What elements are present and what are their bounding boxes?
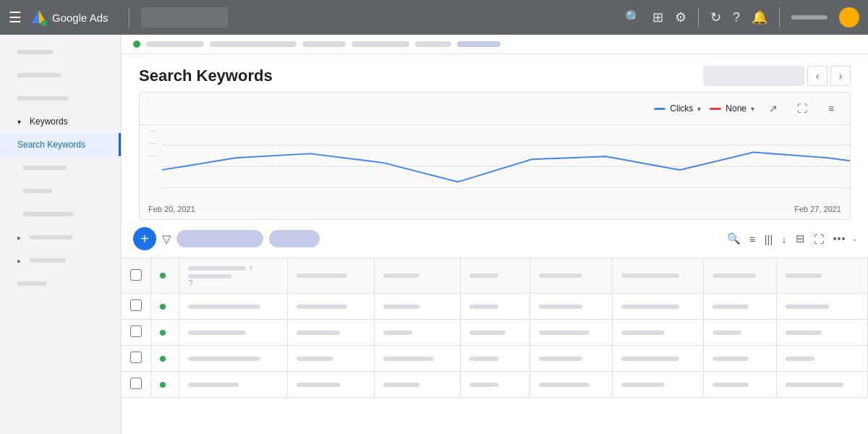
nav-divider	[129, 7, 129, 27]
th-col8[interactable]	[777, 258, 868, 294]
sidebar-bar	[23, 189, 52, 193]
none-line-icon	[710, 108, 721, 110]
chart-metric-none[interactable]: None ▾	[710, 103, 754, 114]
breadcrumb-item	[146, 41, 204, 47]
chart-date-start: Feb 20, 2021	[148, 205, 195, 213]
cell-bar	[188, 331, 246, 335]
col-header-bar	[539, 273, 582, 278]
td-col5	[530, 346, 613, 372]
filter-icon[interactable]: ▽	[162, 232, 171, 246]
chart-y-labels	[148, 131, 157, 156]
chart-date-end: Feb 27, 2021	[794, 205, 841, 213]
close-icon[interactable]: ·	[854, 233, 856, 245]
table-row	[122, 320, 868, 346]
sidebar-item-2[interactable]	[0, 64, 121, 87]
td-col8	[777, 346, 868, 372]
chart-bar-icon[interactable]: |||	[765, 233, 773, 245]
search-icon[interactable]: 🔍	[625, 9, 641, 25]
td-col6	[612, 294, 703, 320]
line-chart	[140, 131, 850, 202]
sidebar-item-3[interactable]	[0, 87, 121, 110]
td-col7	[703, 320, 777, 346]
th-col5[interactable]	[530, 258, 613, 294]
sidebar-bar	[17, 96, 68, 101]
td-keyword	[179, 294, 288, 320]
td-col5	[530, 294, 613, 320]
help-icon[interactable]: ?	[188, 278, 192, 287]
select-all-checkbox[interactable]	[130, 269, 142, 281]
add-button[interactable]: +	[133, 227, 156, 250]
help-icon[interactable]: ?	[733, 10, 740, 25]
page-header: Search Keywords ‹ ›	[122, 54, 868, 92]
fullscreen-icon[interactable]: ⛶	[792, 98, 812, 119]
filter-pill-2[interactable]	[269, 230, 320, 247]
row-checkbox[interactable]	[130, 378, 142, 389]
col-header-bar	[712, 273, 756, 278]
grid-icon[interactable]: ⊞	[652, 9, 663, 25]
status-dot	[160, 330, 166, 336]
prev-date-button[interactable]: ‹	[807, 66, 827, 86]
cell-bar	[297, 305, 347, 309]
sidebar-bar	[17, 50, 54, 54]
chart-metric-clicks[interactable]: Clicks ▾	[654, 103, 701, 114]
notification-icon[interactable]: 🔔	[752, 9, 767, 25]
avatar[interactable]	[839, 7, 859, 27]
sidebar-bar	[30, 235, 73, 239]
col-header-bar	[469, 273, 498, 278]
th-col4[interactable]	[461, 258, 530, 294]
trend-icon[interactable]: ↗	[763, 98, 783, 119]
sidebar-item-9[interactable]: ▸	[0, 226, 121, 249]
breadcrumb-item	[352, 41, 409, 47]
th-col2[interactable]	[288, 258, 375, 294]
td-col5	[530, 320, 613, 346]
chevron-right-icon: ▸	[17, 234, 21, 242]
more-options-icon[interactable]	[833, 237, 845, 240]
sidebar-item-7[interactable]	[0, 179, 121, 203]
download-icon[interactable]: ↓	[781, 233, 787, 245]
th-col7[interactable]	[703, 258, 777, 294]
refresh-icon[interactable]: ↻	[710, 9, 721, 25]
td-status	[151, 320, 179, 346]
icon-divider	[698, 7, 699, 27]
breadcrumb-item	[302, 41, 346, 47]
cell-bar	[297, 383, 340, 387]
icon-divider2	[779, 7, 780, 27]
sidebar-item-10[interactable]: ▸	[0, 249, 121, 272]
row-checkbox[interactable]	[130, 326, 142, 337]
td-checkbox	[122, 372, 151, 398]
breadcrumb	[122, 35, 868, 54]
cell-bar	[712, 305, 749, 309]
td-col2	[288, 346, 375, 372]
settings-icon[interactable]: ≡	[821, 98, 841, 119]
sidebar-section-keywords: ▾ Keywords	[0, 110, 121, 133]
sidebar-item-8[interactable]	[0, 203, 121, 226]
sidebar-item-search-keywords[interactable]: Search Keywords	[0, 133, 121, 156]
sidebar-item-11[interactable]	[0, 272, 121, 295]
td-col7	[703, 372, 777, 398]
td-col6	[612, 320, 703, 346]
sidebar-item-6[interactable]	[0, 156, 121, 179]
report-icon[interactable]: ⊟	[796, 232, 805, 245]
th-col6[interactable]	[612, 258, 703, 294]
nav-search-bar[interactable]	[141, 7, 228, 27]
clicks-line-icon	[654, 108, 665, 110]
tools-icon[interactable]: ⚙	[675, 9, 686, 25]
columns-icon[interactable]: ≡	[749, 233, 756, 245]
td-keyword	[179, 320, 288, 346]
th-col3[interactable]	[374, 258, 461, 294]
table-header-row: ↑ ?	[122, 258, 868, 294]
next-date-button[interactable]: ›	[830, 66, 851, 86]
th-keyword[interactable]: ↑ ?	[179, 258, 288, 294]
search-icon[interactable]: 🔍	[727, 232, 741, 245]
expand-icon[interactable]: ⛶	[814, 233, 825, 245]
table-row	[122, 294, 868, 320]
date-range-selector[interactable]	[703, 66, 804, 86]
row-checkbox[interactable]	[130, 352, 142, 363]
filter-pill-1[interactable]	[176, 230, 263, 247]
menu-icon[interactable]: ☰	[9, 9, 22, 26]
row-checkbox[interactable]	[130, 299, 142, 311]
table-toolbar: + ▽ 🔍 ≡ ||| ↓ ⊟ ⛶ ·	[122, 220, 868, 258]
sidebar-item-1[interactable]	[0, 41, 121, 64]
td-status	[151, 346, 179, 372]
cell-bar	[712, 383, 749, 387]
